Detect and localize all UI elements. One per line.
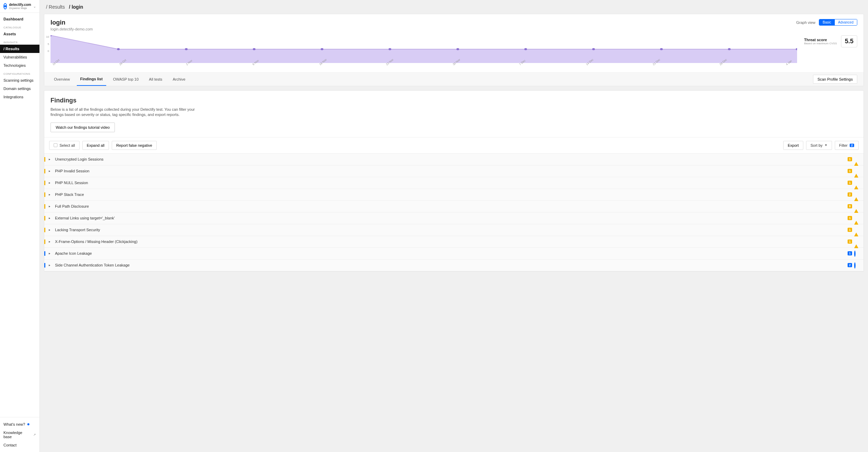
profile-hostname: login.detectify-demo.com <box>51 27 93 31</box>
finding-row[interactable]: ▸Lacking Transport Security1 <box>44 224 864 236</box>
sort-by-button[interactable]: Sort by ▼ <box>806 141 832 150</box>
expand-caret-icon[interactable]: ▸ <box>49 169 52 173</box>
profile-title: login <box>51 19 93 26</box>
finding-row[interactable]: ▸PHP Stack Trace2 <box>44 189 864 201</box>
tab-all-tests[interactable]: All tests <box>146 73 166 85</box>
sidebar-item-scanning-settings[interactable]: Scanning settings <box>0 76 39 84</box>
checkbox-icon <box>54 143 57 147</box>
toggle-advanced[interactable]: Advanced <box>835 19 857 25</box>
svg-point-1 <box>117 48 120 50</box>
warning-triangle-icon <box>854 192 859 197</box>
findings-toolbar: Select all Expand all Report false negat… <box>44 137 864 154</box>
toggle-basic[interactable]: Basic <box>819 19 834 25</box>
sidebar-item-dashboard[interactable]: Dashboard <box>0 15 39 23</box>
finding-name: Full Path Disclosure <box>55 204 848 208</box>
finding-meta: 1 <box>848 251 859 256</box>
warning-triangle-icon <box>854 157 859 162</box>
tab-overview[interactable]: Overview <box>51 73 73 85</box>
threat-score-box: Threat score Based on maximum CVSS 5.5 <box>804 35 857 47</box>
sidebar-item-whats-new[interactable]: What's new? <box>0 420 39 428</box>
sidebar: detectify.com Grywenz Maja ⌄ Dashboard C… <box>0 0 40 452</box>
tab-owasp[interactable]: OWASP top 10 <box>110 73 142 85</box>
external-link-icon: ↗ <box>33 433 36 436</box>
finding-row[interactable]: ▸Unencrypted Login Sessions1 <box>44 154 864 165</box>
finding-meta: 1 <box>848 157 859 162</box>
chart-svg <box>51 35 797 63</box>
whats-new-label: What's new? <box>3 422 25 426</box>
sidebar-item-vulnerabilities[interactable]: Vulnerabilities <box>0 53 39 61</box>
finding-meta: 1 <box>848 169 859 173</box>
severity-bar <box>44 239 45 244</box>
sidebar-item-knowledge-base[interactable]: Knowledge base ↗ <box>0 428 39 441</box>
svg-point-5 <box>389 48 391 50</box>
breadcrumb-current: / login <box>69 4 83 10</box>
expand-caret-icon[interactable]: ▸ <box>49 216 52 220</box>
warning-triangle-icon <box>854 169 859 173</box>
finding-row[interactable]: ▸Side Channel Authentication Token Leaka… <box>44 260 864 271</box>
expand-caret-icon[interactable]: ▸ <box>49 240 52 243</box>
finding-meta: 8 <box>848 204 859 209</box>
expand-caret-icon[interactable]: ▸ <box>49 181 52 184</box>
sidebar-item-results[interactable]: / Results <box>0 45 39 53</box>
sidebar-item-technologies[interactable]: Technologies <box>0 61 39 70</box>
threat-chart: 10 5 0 19 Oct26 Oct2 Nov9 Nov16 Nov23 No… <box>51 35 797 67</box>
expand-all-button[interactable]: Expand all <box>82 141 109 150</box>
sidebar-section-configurations: CONFIGURATIONS <box>0 70 39 76</box>
expand-caret-icon[interactable]: ▸ <box>49 205 52 208</box>
tab-archive[interactable]: Archive <box>169 73 189 85</box>
svg-point-4 <box>321 48 323 50</box>
expand-caret-icon[interactable]: ▸ <box>49 157 52 161</box>
finding-count-badge: 1 <box>848 239 852 244</box>
report-false-negative-button[interactable]: Report false negative <box>112 141 157 150</box>
svg-point-8 <box>592 48 595 50</box>
workspace-switcher[interactable]: detectify.com Grywenz Maja ⌄ <box>0 0 39 13</box>
finding-meta: 1 <box>848 216 859 220</box>
filter-count-badge: 2 <box>850 144 854 147</box>
severity-bar <box>44 181 45 185</box>
severity-bar <box>44 263 45 268</box>
finding-name: Lacking Transport Security <box>55 228 848 232</box>
severity-bar <box>44 169 45 173</box>
chevron-down-icon: ⌄ <box>33 4 36 8</box>
select-all-button[interactable]: Select all <box>49 141 80 150</box>
select-all-label: Select all <box>60 143 75 147</box>
finding-row[interactable]: ▸External Links using target='_blank'1 <box>44 213 864 224</box>
finding-row[interactable]: ▸PHP NULL Session1 <box>44 177 864 189</box>
finding-name: PHP Stack Trace <box>55 192 848 197</box>
sidebar-item-integrations[interactable]: Integrations <box>0 93 39 101</box>
finding-count-badge: 8 <box>848 204 852 208</box>
finding-count-badge: 1 <box>848 169 852 173</box>
sidebar-item-contact[interactable]: Contact <box>0 441 39 449</box>
severity-bar <box>44 251 45 256</box>
sidebar-section-insights: INSIGHTS <box>0 38 39 45</box>
tab-findings-list[interactable]: Findings list <box>77 73 106 86</box>
finding-row[interactable]: ▸Full Path Disclosure8 <box>44 201 864 213</box>
finding-count-badge: 1 <box>848 181 852 185</box>
finding-row[interactable]: ▸X-Frame-Options / Missing Header (Click… <box>44 236 864 248</box>
scan-profile-settings-button[interactable]: Scan Profile Settings <box>813 75 857 84</box>
findings-title: Findings <box>51 97 857 104</box>
finding-name: External Links using target='_blank' <box>55 216 848 220</box>
filter-button[interactable]: Filter 2 <box>835 141 859 150</box>
finding-row[interactable]: ▸Apache Icon Leakage1 <box>44 248 864 260</box>
expand-caret-icon[interactable]: ▸ <box>49 193 52 196</box>
expand-caret-icon[interactable]: ▸ <box>49 263 52 267</box>
export-button[interactable]: Export <box>783 141 803 150</box>
warning-triangle-icon <box>854 204 859 209</box>
severity-bar <box>44 192 45 197</box>
severity-bar <box>44 228 45 232</box>
svg-point-3 <box>253 48 256 50</box>
sidebar-item-assets[interactable]: Assets <box>0 30 39 38</box>
info-circle-icon <box>854 263 859 268</box>
expand-caret-icon[interactable]: ▸ <box>49 252 52 255</box>
finding-meta: 1 <box>848 239 859 244</box>
svg-point-9 <box>660 48 663 50</box>
finding-meta: 2 <box>848 192 859 197</box>
sidebar-item-domain-settings[interactable]: Domain settings <box>0 84 39 93</box>
finding-row[interactable]: ▸PHP Invalid Session1 <box>44 165 864 177</box>
tutorial-video-button[interactable]: Watch our findings tutorial video <box>51 123 115 132</box>
info-circle-icon <box>854 251 859 256</box>
expand-caret-icon[interactable]: ▸ <box>49 228 52 232</box>
finding-name: PHP NULL Session <box>55 181 848 185</box>
breadcrumb-results[interactable]: / Results <box>46 4 65 10</box>
